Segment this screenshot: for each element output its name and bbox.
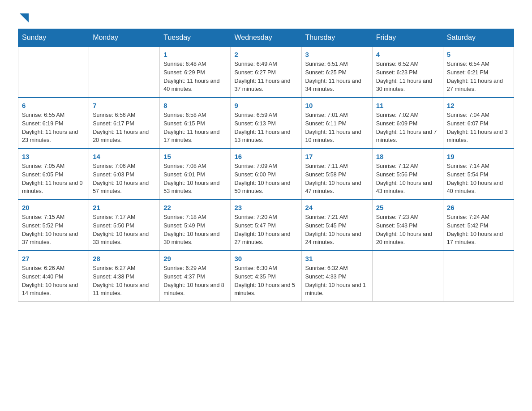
week-row: 20Sunrise: 7:15 AMSunset: 5:52 PMDayligh… xyxy=(18,200,514,251)
calendar-cell xyxy=(443,251,514,302)
day-info: Sunrise: 6:27 AMSunset: 4:38 PMDaylight:… xyxy=(93,264,156,298)
day-number: 28 xyxy=(93,255,156,262)
day-number: 10 xyxy=(305,102,369,109)
logo-arrow-icon xyxy=(19,13,29,23)
day-number: 15 xyxy=(163,153,227,160)
calendar-day-header: Thursday xyxy=(301,29,372,47)
day-info: Sunrise: 7:18 AMSunset: 5:49 PMDaylight:… xyxy=(163,213,227,247)
day-number: 25 xyxy=(376,204,439,211)
day-info: Sunrise: 6:58 AMSunset: 6:15 PMDaylight:… xyxy=(163,111,227,145)
day-info: Sunrise: 7:02 AMSunset: 6:09 PMDaylight:… xyxy=(376,111,439,145)
calendar-day-header: Monday xyxy=(89,29,160,47)
day-info: Sunrise: 6:55 AMSunset: 6:19 PMDaylight:… xyxy=(22,111,85,145)
calendar-cell: 2Sunrise: 6:49 AMSunset: 6:27 PMDaylight… xyxy=(231,47,301,98)
calendar-cell: 4Sunrise: 6:52 AMSunset: 6:23 PMDaylight… xyxy=(372,47,443,98)
day-info: Sunrise: 6:54 AMSunset: 6:21 PMDaylight:… xyxy=(447,60,510,94)
calendar-cell: 27Sunrise: 6:26 AMSunset: 4:40 PMDayligh… xyxy=(18,251,89,302)
day-number: 22 xyxy=(163,204,227,211)
svg-marker-0 xyxy=(20,13,29,22)
day-info: Sunrise: 7:06 AMSunset: 6:03 PMDaylight:… xyxy=(93,162,156,196)
calendar-cell: 30Sunrise: 6:30 AMSunset: 4:35 PMDayligh… xyxy=(231,251,301,302)
calendar-header-row: SundayMondayTuesdayWednesdayThursdayFrid… xyxy=(18,29,514,47)
day-number: 2 xyxy=(234,51,297,58)
calendar-cell: 29Sunrise: 6:29 AMSunset: 4:37 PMDayligh… xyxy=(160,251,231,302)
calendar-cell: 1Sunrise: 6:48 AMSunset: 6:29 PMDaylight… xyxy=(160,47,231,98)
day-info: Sunrise: 7:11 AMSunset: 5:58 PMDaylight:… xyxy=(305,162,369,196)
day-info: Sunrise: 6:30 AMSunset: 4:35 PMDaylight:… xyxy=(234,264,297,298)
day-info: Sunrise: 6:32 AMSunset: 4:33 PMDaylight:… xyxy=(305,264,369,298)
day-info: Sunrise: 6:51 AMSunset: 6:25 PMDaylight:… xyxy=(305,60,369,94)
calendar-cell: 15Sunrise: 7:08 AMSunset: 6:01 PMDayligh… xyxy=(160,149,231,200)
calendar-cell: 24Sunrise: 7:21 AMSunset: 5:45 PMDayligh… xyxy=(301,200,372,251)
day-number: 18 xyxy=(376,153,439,160)
day-number: 14 xyxy=(93,153,156,160)
day-info: Sunrise: 6:59 AMSunset: 6:13 PMDaylight:… xyxy=(234,111,297,145)
calendar-cell: 20Sunrise: 7:15 AMSunset: 5:52 PMDayligh… xyxy=(18,200,89,251)
calendar-cell: 14Sunrise: 7:06 AMSunset: 6:03 PMDayligh… xyxy=(89,149,160,200)
day-number: 1 xyxy=(163,51,227,58)
calendar-cell: 9Sunrise: 6:59 AMSunset: 6:13 PMDaylight… xyxy=(231,98,301,149)
day-number: 7 xyxy=(93,102,156,109)
calendar-cell: 18Sunrise: 7:12 AMSunset: 5:56 PMDayligh… xyxy=(372,149,443,200)
day-info: Sunrise: 7:04 AMSunset: 6:07 PMDaylight:… xyxy=(447,111,510,145)
calendar-cell: 16Sunrise: 7:09 AMSunset: 6:00 PMDayligh… xyxy=(231,149,301,200)
calendar-cell: 11Sunrise: 7:02 AMSunset: 6:09 PMDayligh… xyxy=(372,98,443,149)
logo xyxy=(18,13,29,23)
calendar-cell: 25Sunrise: 7:23 AMSunset: 5:43 PMDayligh… xyxy=(372,200,443,251)
week-row: 6Sunrise: 6:55 AMSunset: 6:19 PMDaylight… xyxy=(18,98,514,149)
calendar-cell: 5Sunrise: 6:54 AMSunset: 6:21 PMDaylight… xyxy=(443,47,514,98)
day-number: 4 xyxy=(376,51,439,58)
day-number: 31 xyxy=(305,255,369,262)
day-info: Sunrise: 6:29 AMSunset: 4:37 PMDaylight:… xyxy=(163,264,227,298)
calendar-cell: 8Sunrise: 6:58 AMSunset: 6:15 PMDaylight… xyxy=(160,98,231,149)
day-number: 9 xyxy=(234,102,297,109)
calendar-cell: 28Sunrise: 6:27 AMSunset: 4:38 PMDayligh… xyxy=(89,251,160,302)
calendar-cell xyxy=(89,47,160,98)
day-info: Sunrise: 7:14 AMSunset: 5:54 PMDaylight:… xyxy=(447,162,510,196)
day-number: 27 xyxy=(22,255,85,262)
day-number: 23 xyxy=(234,204,297,211)
calendar-cell: 3Sunrise: 6:51 AMSunset: 6:25 PMDaylight… xyxy=(301,47,372,98)
day-number: 17 xyxy=(305,153,369,160)
day-number: 6 xyxy=(22,102,85,109)
calendar-cell: 22Sunrise: 7:18 AMSunset: 5:49 PMDayligh… xyxy=(160,200,231,251)
day-info: Sunrise: 7:12 AMSunset: 5:56 PMDaylight:… xyxy=(376,162,439,196)
calendar-cell: 23Sunrise: 7:20 AMSunset: 5:47 PMDayligh… xyxy=(231,200,301,251)
calendar-cell: 7Sunrise: 6:56 AMSunset: 6:17 PMDaylight… xyxy=(89,98,160,149)
day-number: 20 xyxy=(22,204,85,211)
calendar-cell: 26Sunrise: 7:24 AMSunset: 5:42 PMDayligh… xyxy=(443,200,514,251)
calendar-cell: 31Sunrise: 6:32 AMSunset: 4:33 PMDayligh… xyxy=(301,251,372,302)
day-number: 16 xyxy=(234,153,297,160)
day-info: Sunrise: 6:48 AMSunset: 6:29 PMDaylight:… xyxy=(163,60,227,94)
calendar-cell xyxy=(18,47,89,98)
day-info: Sunrise: 7:24 AMSunset: 5:42 PMDaylight:… xyxy=(447,213,510,247)
day-number: 12 xyxy=(447,102,510,109)
day-info: Sunrise: 7:17 AMSunset: 5:50 PMDaylight:… xyxy=(93,213,156,247)
day-number: 3 xyxy=(305,51,369,58)
calendar-cell: 21Sunrise: 7:17 AMSunset: 5:50 PMDayligh… xyxy=(89,200,160,251)
week-row: 1Sunrise: 6:48 AMSunset: 6:29 PMDaylight… xyxy=(18,47,514,98)
day-number: 5 xyxy=(447,51,510,58)
day-number: 30 xyxy=(234,255,297,262)
week-row: 13Sunrise: 7:05 AMSunset: 6:05 PMDayligh… xyxy=(18,149,514,200)
calendar-day-header: Sunday xyxy=(18,29,89,47)
day-info: Sunrise: 7:09 AMSunset: 6:00 PMDaylight:… xyxy=(234,162,297,196)
day-info: Sunrise: 7:23 AMSunset: 5:43 PMDaylight:… xyxy=(376,213,439,247)
day-info: Sunrise: 7:05 AMSunset: 6:05 PMDaylight:… xyxy=(22,162,85,196)
day-number: 29 xyxy=(163,255,227,262)
day-number: 21 xyxy=(93,204,156,211)
day-info: Sunrise: 7:15 AMSunset: 5:52 PMDaylight:… xyxy=(22,213,85,247)
calendar-cell: 13Sunrise: 7:05 AMSunset: 6:05 PMDayligh… xyxy=(18,149,89,200)
day-number: 8 xyxy=(163,102,227,109)
calendar-table: SundayMondayTuesdayWednesdayThursdayFrid… xyxy=(18,29,514,302)
day-info: Sunrise: 6:49 AMSunset: 6:27 PMDaylight:… xyxy=(234,60,297,94)
calendar-cell: 10Sunrise: 7:01 AMSunset: 6:11 PMDayligh… xyxy=(301,98,372,149)
calendar-day-header: Wednesday xyxy=(231,29,301,47)
day-number: 13 xyxy=(22,153,85,160)
day-number: 11 xyxy=(376,102,439,109)
day-info: Sunrise: 7:01 AMSunset: 6:11 PMDaylight:… xyxy=(305,111,369,145)
calendar-cell: 12Sunrise: 7:04 AMSunset: 6:07 PMDayligh… xyxy=(443,98,514,149)
day-number: 24 xyxy=(305,204,369,211)
week-row: 27Sunrise: 6:26 AMSunset: 4:40 PMDayligh… xyxy=(18,251,514,302)
calendar-day-header: Saturday xyxy=(443,29,514,47)
